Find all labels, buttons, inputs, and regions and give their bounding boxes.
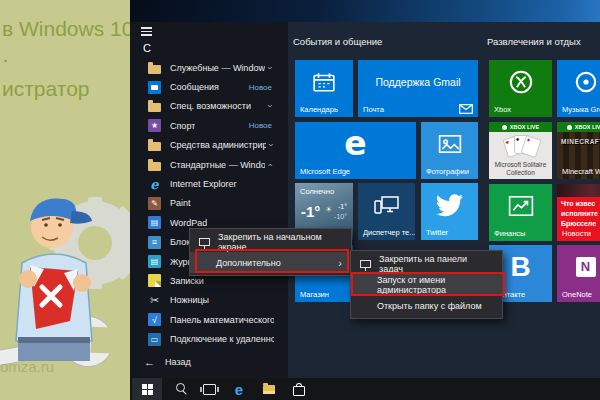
app-item[interactable]: Подключение к удаленному р... (148, 329, 274, 348)
menu-item-open-file-location[interactable]: Открыть папку с файлом (351, 295, 502, 316)
app-item[interactable]: Сообщения Новое (148, 77, 274, 96)
app-item[interactable]: Internet Explorer (148, 174, 274, 193)
submenu-arrow-icon (338, 257, 342, 269)
app-label: Записки (170, 276, 204, 286)
devices-icon (358, 183, 415, 226)
finance-chart-icon (489, 184, 552, 227)
desktop-wallpaper (130, 0, 600, 22)
back-arrow-icon (144, 356, 155, 368)
tile-finance[interactable]: Финансы (489, 184, 552, 241)
task-view-button[interactable] (194, 378, 224, 400)
start-button[interactable] (132, 378, 162, 400)
tile-label: Магазин (300, 290, 329, 299)
tile-minecraft[interactable]: XBOX LIVE MINECRAFT Minecraft W (557, 122, 600, 179)
app-label: Служебные — Windows (170, 63, 265, 73)
tile-label: Новости (562, 229, 591, 238)
alphabet-section-header[interactable]: С (143, 42, 151, 54)
calendar-icon (295, 60, 353, 103)
sports-icon (148, 119, 161, 132)
app-label: Сообщения (170, 82, 219, 92)
taskbar (130, 378, 600, 400)
app-item[interactable]: Спец. возможности (148, 97, 274, 116)
taskbar-search-button[interactable] (164, 378, 194, 400)
taskbar-store-button[interactable] (284, 378, 314, 400)
minecraft-logo: MINECRAFT (561, 138, 600, 145)
app-item[interactable]: Служебные — Windows (148, 58, 274, 77)
tile-twitter[interactable]: Twitter (421, 183, 478, 240)
tile-label: Почта (363, 105, 384, 114)
menu-item-label: Открыть папку с файлом (377, 301, 482, 311)
weather-condition: Солнечно (300, 187, 334, 196)
math-input-icon (148, 313, 161, 326)
app-item[interactable]: Paint (148, 194, 274, 213)
xbox-live-label: XBOX LIVE (575, 124, 600, 130)
store-bag-icon (293, 386, 305, 396)
tile-mail[interactable]: Поддержка Gmail Почта (358, 60, 478, 117)
menu-item-label: Запуск от имени администратора (377, 275, 493, 295)
app-label: WordPad (170, 218, 207, 228)
tile-onenote[interactable]: N OneNote (557, 245, 600, 302)
app-item[interactable]: Спорт Новое (148, 116, 274, 135)
app-label: Paint (170, 198, 191, 208)
mail-live-text: Поддержка Gmail (358, 76, 478, 88)
tile-photos[interactable]: Фотографии (421, 122, 478, 179)
hamburger-menu-icon[interactable] (141, 27, 152, 36)
tile-edge[interactable]: e Microsoft Edge (295, 122, 416, 179)
menu-item-pin-to-start[interactable]: Закрепить на начальном экране (190, 231, 351, 252)
snipping-tool-icon (148, 294, 161, 307)
app-item[interactable]: Ножницы (148, 291, 274, 310)
paint-icon (148, 197, 161, 210)
xbox-live-banner: XBOX LIVE (489, 122, 552, 132)
new-badge: Новое (249, 83, 274, 92)
tile-label: Диспетчер те... (363, 228, 415, 237)
tile-calendar[interactable]: Календарь (295, 60, 353, 117)
groove-icon (557, 60, 600, 103)
tile-groove-music[interactable]: Музыка Gro (557, 60, 600, 117)
app-label: Спорт (170, 121, 195, 131)
menu-item-more[interactable]: Дополнительно (190, 252, 351, 273)
news-headline-line2: исполните (561, 209, 598, 219)
back-button[interactable]: Назад (144, 356, 191, 368)
app-item[interactable]: Стандартные — Windows (148, 155, 274, 174)
onenote-icon: N (557, 245, 600, 288)
app-item[interactable]: Панель математического ввода (148, 310, 274, 329)
xbox-live-label: XBOX LIVE (510, 124, 539, 130)
taskbar-edge-button[interactable] (224, 378, 254, 400)
photos-icon (421, 122, 478, 165)
menu-item-label: Закрепить на начальном экране (218, 232, 342, 252)
xbox-live-banner: XBOX LIVE (557, 122, 600, 132)
edge-icon (235, 382, 243, 397)
tile-news[interactable]: Что извес исполните Брюсселе Новости (557, 184, 600, 241)
app-label: Internet Explorer (170, 179, 237, 189)
xbox-live-dot-icon (567, 125, 572, 130)
menu-item-run-as-admin[interactable]: Запуск от имени администратора (351, 274, 502, 295)
tile-solitaire[interactable]: XBOX LIVE ♥ ♠ ♦ Microsoft Solitaire Coll… (489, 122, 552, 179)
tile-xbox[interactable]: Xbox (489, 60, 552, 117)
edge-logo-icon: e (295, 122, 416, 165)
tile-label: Фотографии (426, 167, 469, 176)
app-list: Служебные — Windows Сообщения Новое Спец… (148, 58, 274, 349)
chevron-down-icon (264, 101, 274, 111)
menu-item-pin-to-taskbar[interactable]: Закрепить на панели задач (351, 253, 502, 274)
weather-low: -10° (334, 213, 347, 220)
app-item[interactable]: Средства администрирован... (148, 136, 274, 155)
tile-device-manager[interactable]: Диспетчер те... (358, 183, 415, 240)
folder-icon (148, 142, 161, 151)
article-title: в Windows 10 · истратор (2, 14, 130, 104)
context-submenu: Закрепить на панели задач Запуск от имен… (350, 250, 503, 319)
folder-icon (148, 162, 161, 171)
xbox-live-dot-icon (502, 125, 507, 130)
menu-item-label: Закрепить на панели задач (379, 254, 493, 274)
article-title-line1: в Windows 10 · (2, 14, 130, 74)
screenshot-stage: в Windows 10 · истратор (0, 0, 600, 400)
start-menu: С Служебные — Windows Сообщения Новое Сп… (130, 22, 600, 378)
tile-label: Xbox (494, 105, 511, 114)
journal-icon (148, 255, 161, 268)
taskbar-file-explorer-button[interactable] (254, 378, 284, 400)
app-label: Ножницы (170, 295, 209, 305)
article-title-line2: истратор (2, 74, 130, 104)
news-headline-line3: Брюсселе (561, 219, 598, 229)
news-photo-strip (557, 184, 600, 197)
internet-explorer-icon (148, 178, 161, 191)
weather-high: -1° (338, 203, 347, 210)
